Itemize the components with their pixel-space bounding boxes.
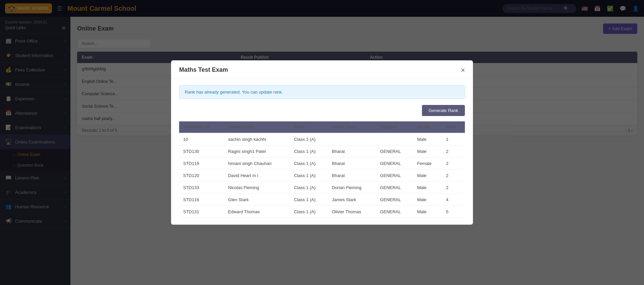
cell-category: GENERAL (376, 206, 413, 218)
cell-student-name: Ragini singh1 Patel (224, 146, 290, 158)
modal-body: Rank has already generated, You can upda… (171, 78, 473, 225)
modal-col-header: Category (376, 121, 413, 133)
cell-rank: 4 (442, 194, 465, 206)
generate-rank-button[interactable]: Generate Rank (422, 105, 465, 116)
modal-col-header: Rank (442, 121, 465, 133)
cell-admission-no: STD116 (179, 194, 224, 206)
cell-class: Class 1 (A) (290, 133, 328, 146)
modal-table-row: STD119 himani singh Chauhan Class 1 (A) … (179, 158, 465, 170)
modal-col-header: Class (290, 121, 328, 133)
cell-student-name: himani singh Chauhan (224, 158, 290, 170)
cell-class: Class 1 (A) (290, 146, 328, 158)
cell-category: GENERAL (376, 182, 413, 194)
modal-table-row: STD130 Ragini singh1 Patel Class 1 (A) B… (179, 146, 465, 158)
cell-gender: Male (413, 194, 442, 206)
cell-class: Class 1 (A) (290, 194, 328, 206)
rank-modal: Maths Test Exam × Rank has already gener… (171, 60, 473, 225)
cell-admission-no: 10 (179, 133, 224, 146)
cell-class: Class 1 (A) (290, 158, 328, 170)
cell-admission-no: STD119 (179, 158, 224, 170)
modal-table-row: STD120 David Heart m l Class 1 (A) Bhara… (179, 170, 465, 182)
modal-table-row: STD133 Nicolas Fleming Class 1 (A) Doria… (179, 182, 465, 194)
modal-overlay: Maths Test Exam × Rank has already gener… (0, 0, 644, 285)
cell-admission-no: STD130 (179, 146, 224, 158)
cell-admission-no: STD120 (179, 170, 224, 182)
cell-gender: Male (413, 182, 442, 194)
modal-table-row: 10 sachin singh kachhi Class 1 (A) Male … (179, 133, 465, 146)
modal-col-header: Father Name (328, 121, 376, 133)
modal-close-button[interactable]: × (461, 67, 465, 73)
cell-father-name: Dorian Fleming (328, 182, 376, 194)
cell-gender: Male (413, 170, 442, 182)
cell-father-name: Bharat (328, 146, 376, 158)
cell-student-name: Edward Thomas (224, 206, 290, 218)
cell-rank: 1 (442, 133, 465, 146)
modal-table-row: STD131 Edward Thomas Class 1 (A) Olivier… (179, 206, 465, 218)
cell-category: GENERAL (376, 146, 413, 158)
cell-father-name (328, 133, 376, 146)
modal-actions: Generate Rank (179, 105, 465, 116)
cell-student-name: David Heart m l (224, 170, 290, 182)
cell-student-name: Nicolas Fleming (224, 182, 290, 194)
modal-table-row: STD116 Glen Stark Class 1 (A) James Star… (179, 194, 465, 206)
cell-class: Class 1 (A) (290, 182, 328, 194)
cell-father-name: James Stark (328, 194, 376, 206)
cell-gender: Male (413, 133, 442, 146)
modal-col-header: Student Name (224, 121, 290, 133)
cell-category: GENERAL (376, 170, 413, 182)
modal-col-header: Gender (413, 121, 442, 133)
alert-info: Rank has already generated, You can upda… (179, 85, 465, 99)
cell-category: GENERAL (376, 194, 413, 206)
cell-class: Class 1 (A) (290, 170, 328, 182)
cell-category (376, 133, 413, 146)
rank-table: Admission NoStudent NameClassFather Name… (179, 121, 465, 218)
cell-gender: Female (413, 158, 442, 170)
cell-rank: 2 (442, 170, 465, 182)
cell-rank: 2 (442, 146, 465, 158)
cell-admission-no: STD133 (179, 182, 224, 194)
cell-rank: 5 (442, 206, 465, 218)
cell-father-name: Olivier Thomas (328, 206, 376, 218)
cell-category: GENERAL (376, 158, 413, 170)
modal-title: Maths Test Exam (179, 66, 228, 73)
cell-gender: Male (413, 146, 442, 158)
cell-class: Class 1 (A) (290, 206, 328, 218)
cell-student-name: sachin singh kachhi (224, 133, 290, 146)
modal-header: Maths Test Exam × (171, 60, 473, 78)
cell-father-name: Bharat (328, 170, 376, 182)
cell-gender: Male (413, 206, 442, 218)
cell-rank: 2 (442, 182, 465, 194)
cell-rank: 2 (442, 158, 465, 170)
modal-col-header: Admission No (179, 121, 224, 133)
cell-student-name: Glen Stark (224, 194, 290, 206)
cell-father-name: Bharat (328, 158, 376, 170)
cell-admission-no: STD131 (179, 206, 224, 218)
